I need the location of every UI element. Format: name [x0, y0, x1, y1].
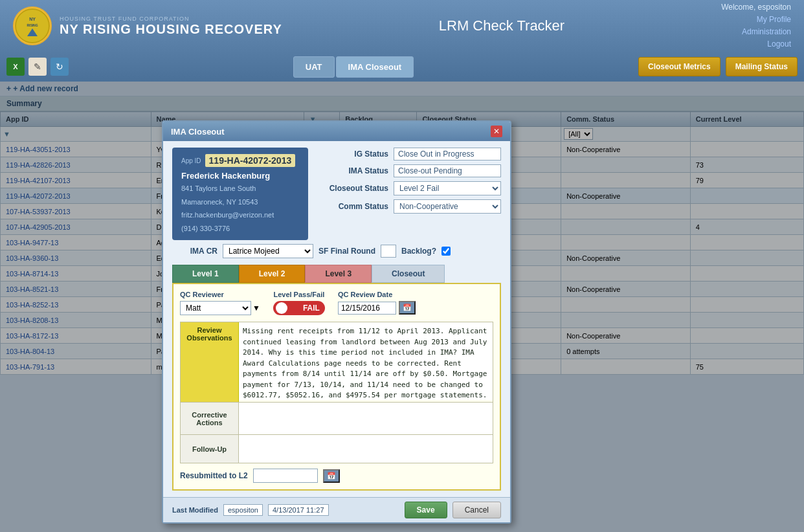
tab-ima-closeout[interactable]: IMA Closeout [336, 56, 414, 78]
ima-closeout-modal: IMA Closeout ✕ App ID 119-HA-42072-2013 … [162, 120, 511, 524]
mailing-status-button[interactable]: Mailing Status [726, 57, 798, 76]
pencil-icon[interactable]: ✎ [28, 58, 47, 76]
review-observations-label: Review Observations [181, 322, 239, 402]
resubmit-input[interactable] [253, 469, 318, 483]
welcome-text: Welcome, espositon [721, 1, 791, 14]
ima-status-label: IMA Status [317, 166, 388, 175]
applicant-phone: (914) 330-3776 [181, 223, 299, 234]
review-observations-textarea[interactable] [239, 322, 493, 400]
last-modified-label: Last Modified [172, 506, 218, 514]
calendar-button[interactable]: 📅 [399, 301, 416, 315]
followup-textarea[interactable] [241, 438, 490, 458]
qc-reviewer-dropdown-icon: ▼ [252, 304, 260, 313]
qc-review-date-label: QC Review Date [338, 291, 416, 298]
sf-final-round-input[interactable] [381, 245, 396, 258]
tab-level1[interactable]: Level 1 [172, 265, 239, 283]
ima-status-value: Close-out Pending [394, 164, 501, 177]
ima-cr-label: IMA CR [172, 247, 218, 256]
app-id-label: App ID [181, 157, 201, 164]
qc-reviewer-label: QC Reviewer [180, 291, 260, 298]
refresh-icon[interactable]: ↻ [50, 58, 69, 76]
logout-link[interactable]: Logout [767, 39, 791, 49]
cancel-button[interactable]: Cancel [452, 502, 501, 518]
tab-uat[interactable]: UAT [293, 56, 335, 78]
followup-label: Follow-Up [181, 435, 239, 463]
tab-closeout[interactable]: Closeout [372, 265, 445, 283]
applicant-address2: Mamaroneck, NY 10543 [181, 197, 299, 208]
toggle-text: FAIL [303, 304, 322, 313]
sf-final-round-label: SF Final Round [318, 247, 375, 256]
qc-reviewer-select[interactable]: Matt [180, 301, 251, 315]
resubmit-label: Resubmitted to L2 [180, 471, 248, 480]
last-modified-by: espositon [223, 504, 263, 516]
ig-status-value: Close Out in Progress [394, 148, 501, 161]
svg-text:RISING: RISING [27, 23, 38, 27]
tab-level2[interactable]: Level 2 [239, 265, 306, 283]
administration-link[interactable]: Administration [742, 27, 791, 36]
header-center-title: LRM Check Tracker [439, 17, 564, 34]
ig-status-label: IG Status [317, 150, 388, 159]
excel-icon[interactable]: X [6, 58, 25, 76]
corrective-actions-textarea[interactable] [241, 405, 490, 430]
closeout-status-label: Closeout Status [317, 184, 388, 193]
closeout-status-select[interactable]: Level 2 Fail [394, 181, 501, 195]
applicant-address1: 841 Taylors Lane South [181, 183, 299, 194]
applicant-email: fritz.hackenburg@verizon.net [181, 210, 299, 221]
pass-fail-toggle[interactable]: FAIL [273, 301, 325, 315]
comm-status-label: Comm Status [317, 202, 388, 211]
ima-cr-select[interactable]: Latrice Mojeed [223, 244, 313, 258]
modal-close-button[interactable]: ✕ [491, 126, 502, 137]
header-main-title: NY RISING HOUSING RECOVERY [60, 22, 282, 37]
tab-level3[interactable]: Level 3 [305, 265, 372, 283]
corrective-actions-label: Corrective Actions [181, 403, 239, 434]
closeout-metrics-button[interactable]: Closeout Metrics [638, 57, 720, 76]
level-pass-fail-label: Level Pass/Fail [273, 291, 324, 298]
comm-status-select[interactable]: Non-Cooperative [394, 199, 501, 214]
app-id-value: 119-HA-42072-2013 [205, 154, 296, 167]
save-button[interactable]: Save [405, 502, 447, 518]
my-profile-link[interactable]: My Profile [757, 15, 791, 24]
toggle-circle [276, 302, 287, 314]
resubmit-calendar-button[interactable]: 📅 [323, 469, 340, 483]
header-subtitle: HOUSING TRUST FUND CORPORATION [60, 16, 282, 22]
backlog-label: Backlog? [401, 247, 436, 256]
last-modified-date: 4/13/2017 11:27 [268, 504, 329, 516]
applicant-name: Frederick Hackenburg [181, 171, 299, 181]
svg-text:NY: NY [29, 17, 36, 21]
qc-review-date-input[interactable] [338, 302, 396, 315]
logo: NY RISING [13, 6, 52, 45]
modal-title: IMA Closeout [171, 127, 225, 137]
backlog-checkbox[interactable] [441, 247, 451, 256]
